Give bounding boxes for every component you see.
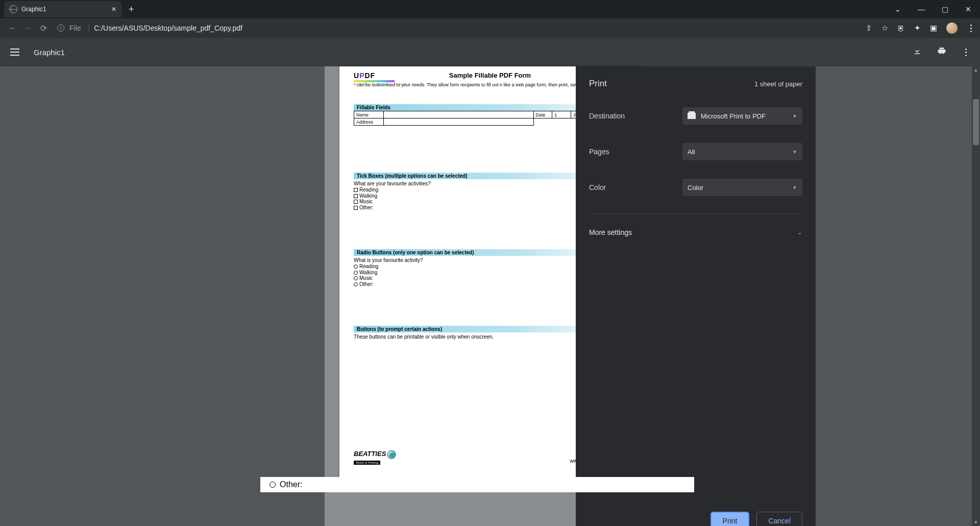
extensions-icon[interactable]: ✦ xyxy=(914,23,921,33)
browser-tab[interactable]: Graphic1 ✕ xyxy=(4,1,121,17)
forward-button: → xyxy=(20,23,36,33)
color-select[interactable]: Color ▼ xyxy=(682,179,802,196)
address-field[interactable] xyxy=(383,118,533,126)
radio-icon xyxy=(354,265,358,269)
chevron-down-icon: ▼ xyxy=(792,149,797,155)
divider xyxy=(589,213,802,214)
side-panel-icon[interactable]: ▣ xyxy=(930,23,937,33)
profile-avatar[interactable] xyxy=(946,22,958,34)
close-window-icon[interactable]: ✕ xyxy=(957,5,980,13)
checkbox-icon xyxy=(354,200,358,204)
chevron-down-icon: ▼ xyxy=(792,113,797,119)
download-icon[interactable] xyxy=(913,46,922,58)
updf-logo: UPDF W W W . U P D F . C O M xyxy=(354,71,406,86)
minimize-icon[interactable]: — xyxy=(910,5,933,13)
date-label: Date xyxy=(533,111,552,118)
more-settings-toggle[interactable]: More settings ⌄ xyxy=(589,228,802,236)
color-label: Color xyxy=(589,183,606,192)
back-button[interactable]: ← xyxy=(5,23,20,33)
color-value: Color xyxy=(688,184,703,192)
scroll-down-arrow[interactable]: ▼ xyxy=(972,520,980,525)
viewer-body: UPDF W W W . U P D F . C O M Sample Fill… xyxy=(0,66,980,526)
print-icon[interactable] xyxy=(937,46,946,58)
shield-icon[interactable]: ⛨ xyxy=(897,24,905,33)
other-label: Other: xyxy=(280,480,302,489)
share-icon[interactable]: ⇪ xyxy=(866,23,872,33)
address-bar: ← → ⟳ i File | C:/Users/ASUS/Desktop/sam… xyxy=(0,18,980,38)
chevron-down-icon[interactable]: ⌄ xyxy=(886,5,910,13)
fillable-table: Name Date 1 Jan 2012 Address xyxy=(354,111,614,126)
hamburger-icon[interactable] xyxy=(10,49,19,56)
bookmark-icon[interactable]: ☆ xyxy=(881,23,888,33)
maximize-icon[interactable]: ▢ xyxy=(933,5,957,13)
destination-value: Microsoft Print to PDF xyxy=(701,112,766,120)
tab-close-icon[interactable]: ✕ xyxy=(111,6,116,13)
document-name: Graphic1 xyxy=(34,48,65,57)
sheet-count: 1 sheet of paper xyxy=(754,80,802,88)
print-dialog: Print 1 sheet of paper Destination Micro… xyxy=(576,66,816,526)
printer-icon xyxy=(688,113,696,119)
name-field[interactable] xyxy=(383,111,533,118)
pages-label: Pages xyxy=(589,148,609,156)
print-button[interactable]: Print xyxy=(710,512,750,526)
chevron-down-icon: ⌄ xyxy=(797,229,802,236)
address-label: Address xyxy=(354,118,384,126)
url-path: C:/Users/ASUS/Desktop/sample_pdf_Copy.pd… xyxy=(94,24,242,32)
name-label: Name xyxy=(354,111,384,118)
radio-icon xyxy=(354,276,358,280)
window-controls: ⌄ — ▢ ✕ xyxy=(886,5,980,13)
radio-icon xyxy=(270,482,276,488)
url-bar[interactable]: i File | C:/Users/ASUS/Desktop/sample_pd… xyxy=(51,20,861,36)
scroll-up-arrow[interactable]: ▲ xyxy=(972,67,980,73)
new-tab-button[interactable]: + xyxy=(129,4,134,15)
radio-icon xyxy=(354,282,358,286)
vertical-scrollbar[interactable]: ▲ ▼ xyxy=(972,66,980,526)
tab-title: Graphic1 xyxy=(21,6,46,13)
pages-value: All xyxy=(688,148,695,156)
globe-icon xyxy=(9,5,17,13)
viewer-menu-icon[interactable] xyxy=(962,49,970,56)
chrome-menu-icon[interactable] xyxy=(967,25,975,32)
scrollbar-thumb[interactable] xyxy=(973,99,979,145)
checkbox-icon xyxy=(354,188,358,192)
pages-select[interactable]: All ▼ xyxy=(682,143,802,160)
footer-brand: BEATTIES World of Printing xyxy=(354,450,396,465)
destination-select[interactable]: Microsoft Print to PDF ▼ xyxy=(682,107,802,125)
print-dialog-title: Print xyxy=(589,79,607,89)
date-day[interactable]: 1 xyxy=(552,111,571,118)
globe-icon xyxy=(387,450,396,459)
pdf-viewer-toolbar: Graphic1 xyxy=(0,38,980,66)
print-preview-area: UPDF W W W . U P D F . C O M Sample Fill… xyxy=(0,66,980,526)
underlying-page-strip: Other: xyxy=(260,477,694,492)
url-scheme: File xyxy=(69,24,81,32)
radio-icon xyxy=(354,271,358,275)
site-info-icon[interactable]: i xyxy=(57,25,64,32)
destination-label: Destination xyxy=(589,112,625,120)
chevron-down-icon: ▼ xyxy=(792,185,797,190)
cancel-button[interactable]: Cancel xyxy=(756,512,802,526)
checkbox-icon xyxy=(354,194,358,198)
reload-button[interactable]: ⟳ xyxy=(36,23,51,33)
checkbox-icon xyxy=(354,206,358,210)
url-separator: | xyxy=(88,24,90,32)
browser-titlebar: Graphic1 ✕ + ⌄ — ▢ ✕ xyxy=(0,0,980,18)
